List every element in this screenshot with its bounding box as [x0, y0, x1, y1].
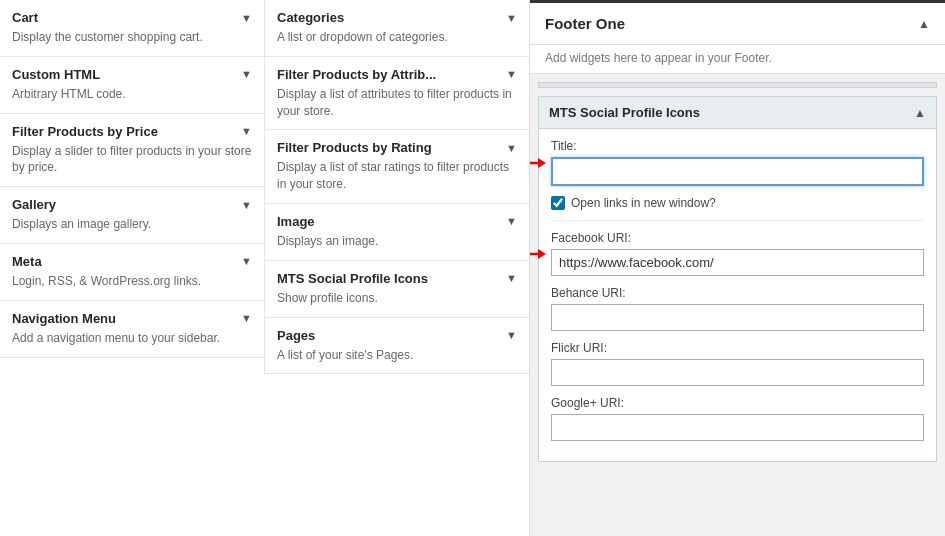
widget-title: Meta: [12, 254, 42, 269]
footer-collapse-icon[interactable]: ▲: [918, 17, 930, 31]
widget-desc: Arbitrary HTML code.: [12, 86, 252, 103]
widget-desc: Displays an image gallery.: [12, 216, 252, 233]
open-links-row: Open links in new window?: [551, 196, 924, 221]
list-item: Categories▼A list or dropdown of categor…: [265, 0, 529, 57]
widget-collapse-icon[interactable]: ▲: [914, 106, 926, 120]
googleplus-field-row: Google+ URI:: [551, 396, 924, 441]
googleplus-label: Google+ URI:: [551, 396, 924, 410]
widget-desc: Add a navigation menu to your sidebar.: [12, 330, 252, 347]
dropdown-arrow-icon[interactable]: ▼: [241, 312, 252, 324]
list-item: MTS Social Profile Icons▼Show profile ic…: [265, 261, 529, 318]
widget-header: Navigation Menu▼: [12, 311, 252, 326]
widget-box-body: Title: Open links in new window?: [539, 129, 936, 461]
widget-desc: Display a list of attributes to filter p…: [277, 86, 517, 120]
widget-header: Gallery▼: [12, 197, 252, 212]
widget-header: Filter Products by Attrib...▼: [277, 67, 517, 82]
list-item: Gallery▼Displays an image gallery.: [0, 187, 264, 244]
list-item: Meta▼Login, RSS, & WordPress.org links.: [0, 244, 264, 301]
widget-title: Filter Products by Attrib...: [277, 67, 436, 82]
list-item: Image▼Displays an image.: [265, 204, 529, 261]
widget-box-header: MTS Social Profile Icons ▲: [539, 97, 936, 129]
widget-title: Gallery: [12, 197, 56, 212]
dropdown-arrow-icon[interactable]: ▼: [241, 199, 252, 211]
facebook-label: Facebook URI:: [551, 231, 924, 245]
dropdown-arrow-icon[interactable]: ▼: [241, 125, 252, 137]
facebook-red-arrow: [530, 244, 546, 264]
list-item: Pages▼A list of your site's Pages.: [265, 318, 529, 375]
footer-panel: Footer One ▲ Add widgets here to appear …: [530, 0, 945, 536]
list-item: Filter Products by Rating▼Display a list…: [265, 130, 529, 204]
dropdown-arrow-icon[interactable]: ▼: [241, 68, 252, 80]
list-item: Custom HTML▼Arbitrary HTML code.: [0, 57, 264, 114]
widget-list: Cart▼Display the customer shopping cart.…: [0, 0, 530, 536]
open-links-label: Open links in new window?: [571, 196, 716, 210]
flickr-label: Flickr URI:: [551, 341, 924, 355]
footer-widget-area: MTS Social Profile Icons ▲ Title:: [530, 74, 945, 478]
widget-col-1: Cart▼Display the customer shopping cart.…: [0, 0, 265, 374]
dropdown-arrow-icon[interactable]: ▼: [506, 142, 517, 154]
widget-title: Filter Products by Rating: [277, 140, 432, 155]
widget-box-title: MTS Social Profile Icons: [549, 105, 700, 120]
dropdown-arrow-icon[interactable]: ▼: [506, 68, 517, 80]
behance-input[interactable]: [551, 304, 924, 331]
widget-desc: Display a slider to filter products in y…: [12, 143, 252, 177]
title-input[interactable]: [551, 157, 924, 186]
widget-title: Image: [277, 214, 315, 229]
widget-desc: Display the customer shopping cart.: [12, 29, 252, 46]
widget-desc: Show profile icons.: [277, 290, 517, 307]
footer-top-bar: [538, 82, 937, 88]
list-item: Filter Products by Attrib...▼Display a l…: [265, 57, 529, 131]
widget-desc: A list of your site's Pages.: [277, 347, 517, 364]
widget-col-2: Categories▼A list or dropdown of categor…: [265, 0, 529, 374]
widget-desc: Displays an image.: [277, 233, 517, 250]
footer-header: Footer One ▲: [530, 0, 945, 45]
title-label: Title:: [551, 139, 924, 153]
list-item: Filter Products by Price▼Display a slide…: [0, 114, 264, 188]
widget-desc: A list or dropdown of categories.: [277, 29, 517, 46]
behance-field-row: Behance URI:: [551, 286, 924, 331]
googleplus-input[interactable]: [551, 414, 924, 441]
widget-title: Filter Products by Price: [12, 124, 158, 139]
widget-title: Cart: [12, 10, 38, 25]
flickr-input[interactable]: [551, 359, 924, 386]
widget-desc: Login, RSS, & WordPress.org links.: [12, 273, 252, 290]
flickr-field-row: Flickr URI:: [551, 341, 924, 386]
facebook-field-row: Facebook URI:: [551, 231, 924, 276]
dropdown-arrow-icon[interactable]: ▼: [506, 215, 517, 227]
widget-header: Meta▼: [12, 254, 252, 269]
dropdown-arrow-icon[interactable]: ▼: [241, 12, 252, 24]
widget-title: Pages: [277, 328, 315, 343]
widget-header: Custom HTML▼: [12, 67, 252, 82]
dropdown-arrow-icon[interactable]: ▼: [506, 272, 517, 284]
behance-label: Behance URI:: [551, 286, 924, 300]
title-field-row: Title:: [551, 139, 924, 186]
facebook-input[interactable]: [551, 249, 924, 276]
dropdown-arrow-icon[interactable]: ▼: [506, 329, 517, 341]
open-links-checkbox[interactable]: [551, 196, 565, 210]
svg-marker-1: [538, 158, 546, 168]
widget-header: Image▼: [277, 214, 517, 229]
dropdown-arrow-icon[interactable]: ▼: [506, 12, 517, 24]
widget-header: MTS Social Profile Icons▼: [277, 271, 517, 286]
widget-desc: Display a list of star ratings to filter…: [277, 159, 517, 193]
widget-header: Filter Products by Price▼: [12, 124, 252, 139]
widget-title: Custom HTML: [12, 67, 100, 82]
widget-header: Categories▼: [277, 10, 517, 25]
list-item: Navigation Menu▼Add a navigation menu to…: [0, 301, 264, 358]
dropdown-arrow-icon[interactable]: ▼: [241, 255, 252, 267]
svg-marker-3: [538, 249, 546, 259]
footer-title: Footer One: [545, 15, 625, 32]
footer-subtitle: Add widgets here to appear in your Foote…: [530, 45, 945, 74]
widget-header: Pages▼: [277, 328, 517, 343]
social-profile-widget: MTS Social Profile Icons ▲ Title:: [538, 96, 937, 462]
widget-title: Categories: [277, 10, 344, 25]
widget-header: Filter Products by Rating▼: [277, 140, 517, 155]
widget-header: Cart▼: [12, 10, 252, 25]
list-item: Cart▼Display the customer shopping cart.: [0, 0, 264, 57]
widget-title: MTS Social Profile Icons: [277, 271, 428, 286]
title-red-arrow: [530, 153, 546, 173]
widget-title: Navigation Menu: [12, 311, 116, 326]
